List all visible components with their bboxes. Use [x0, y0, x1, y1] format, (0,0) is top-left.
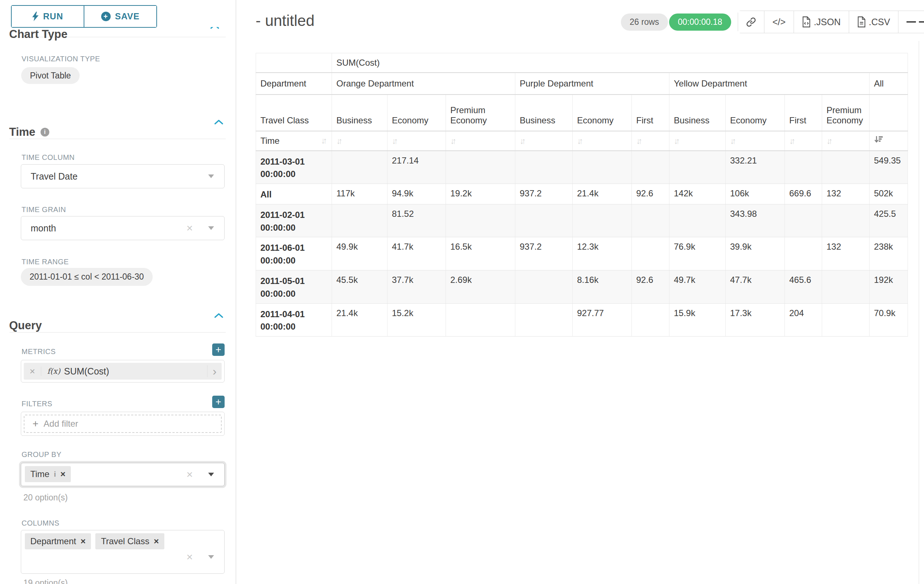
sort-toggle-icon[interactable]: ↓↑ [450, 136, 457, 146]
plus-icon: + [33, 419, 38, 429]
menu-icon[interactable] [898, 11, 924, 33]
pivot-value-cell: 217.14 [388, 151, 446, 184]
pivot-value-cell: 132 [822, 184, 870, 204]
sort-toggle-icon[interactable]: ↓↑ [520, 136, 526, 146]
time-grain-select[interactable]: month × [21, 216, 224, 240]
selected-value-chip[interactable]: Department× [25, 533, 91, 549]
pivot-value-cell: 37.7k [388, 270, 446, 304]
sort-toggle-icon[interactable]: ↓↑ [730, 136, 736, 146]
add-metric-button[interactable]: + [212, 344, 224, 356]
pivot-sort-cell: ↓↑ [388, 131, 446, 151]
remove-metric-icon[interactable]: × [24, 367, 41, 376]
divider [10, 139, 226, 139]
pivot-total-cell: 549.35 [870, 151, 908, 184]
pivot-corner-cell [256, 53, 332, 72]
remove-icon[interactable]: × [154, 537, 159, 546]
pivot-value-cell: 45.5k [332, 270, 388, 304]
group-by-label: GROUP BY [21, 451, 61, 459]
filters-control: + Add filter [21, 412, 224, 436]
export-csv-button[interactable]: .CSV [849, 11, 898, 33]
function-icon: f(x) [47, 367, 60, 375]
sort-toggle-icon[interactable]: ↓↑ [827, 136, 833, 146]
pivot-value-cell [573, 204, 632, 237]
clear-icon[interactable]: × [186, 469, 193, 480]
export-json-button[interactable]: .JSON [794, 11, 849, 33]
pivot-group-header: Orange Department [332, 72, 515, 95]
columns-select[interactable]: Department×Travel Class× × [21, 530, 224, 574]
sort-toggle-icon[interactable]: ↓↑ [636, 136, 642, 146]
remove-icon[interactable]: × [80, 537, 86, 546]
sort-toggle-icon[interactable]: ↓↑ [577, 136, 583, 146]
table-row: 2011-04-01 00:00:0021.4k15.2k927.7715.9k… [256, 303, 908, 337]
sort-desc-active-icon[interactable] [874, 135, 883, 144]
pivot-value-cell [332, 151, 388, 184]
add-filter-button[interactable]: + Add filter [24, 415, 222, 433]
pivot-value-cell: 142k [670, 184, 726, 204]
pivot-col-dimension2-label: Travel Class [256, 95, 332, 131]
pivot-value-cell [632, 204, 670, 237]
add-filter-plus-button[interactable]: + [212, 396, 224, 408]
selected-value-chip[interactable]: Timei× [25, 466, 71, 482]
chevron-right-icon[interactable]: › [207, 365, 222, 377]
chevron-down-icon [208, 555, 214, 559]
pivot-value-cell: 15.9k [670, 303, 726, 337]
pivot-value-cell: 204 [785, 303, 822, 337]
pivot-total-cell: 425.5 [870, 204, 908, 237]
info-icon[interactable]: i [41, 128, 49, 137]
pivot-value-cell [785, 151, 822, 184]
run-save-button-group: RUN + SAVE [11, 5, 157, 28]
pivot-value-cell: 41.7k [388, 237, 446, 270]
chevron-down-icon [208, 473, 214, 476]
pivot-all-header: All [870, 72, 908, 95]
time-column-select[interactable]: Travel Date [21, 164, 224, 188]
pivot-class-header: Economy [726, 95, 785, 131]
chevron-up-icon[interactable] [214, 313, 223, 318]
pivot-value-cell [573, 151, 632, 184]
sort-toggle-icon[interactable]: ↓↑ [789, 136, 795, 146]
chevron-up-icon[interactable] [214, 120, 223, 125]
pivot-value-cell: 2.69k [446, 270, 515, 304]
pivot-value-cell: 47.7k [726, 270, 785, 304]
sort-toggle-icon[interactable]: ↓↑ [321, 136, 327, 146]
clear-icon[interactable]: × [186, 551, 193, 563]
run-button[interactable]: RUN [12, 6, 84, 27]
table-row: 2011-02-01 00:00:0081.52343.98425.5 [256, 204, 908, 237]
pivot-value-cell [632, 151, 670, 184]
viz-type-pill[interactable]: Pivot Table [21, 67, 79, 84]
pivot-row-label: 2011-05-01 00:00:00 [256, 270, 332, 304]
pivot-value-cell [785, 237, 822, 270]
view-query-button[interactable]: </> [764, 11, 794, 33]
pivot-value-cell: 49.9k [332, 237, 388, 270]
pivot-value-cell [515, 270, 573, 304]
pivot-sort-cell: ↓↑ [332, 131, 388, 151]
pivot-empty-header [870, 95, 908, 131]
pivot-row-label: 2011-03-01 00:00:00 [256, 151, 332, 184]
selected-value-chip[interactable]: Travel Class× [95, 533, 164, 549]
sort-toggle-icon[interactable]: ↓↑ [337, 136, 343, 146]
pivot-class-header: First [785, 95, 822, 131]
sort-toggle-icon[interactable]: ↓↑ [674, 136, 680, 146]
pivot-value-cell [822, 204, 870, 237]
pivot-class-header: First [632, 95, 670, 131]
remove-icon[interactable]: × [60, 470, 65, 479]
sort-toggle-icon[interactable]: ↓↑ [392, 136, 398, 146]
pivot-row-dimension-label: Time↓↑ [256, 131, 332, 151]
export-toolbar: </> .JSON .CSV [738, 11, 924, 33]
chip-label: Department [30, 536, 76, 546]
pivot-value-cell: 937.2 [515, 237, 573, 270]
chart-title: - untitled [256, 12, 314, 30]
pivot-class-header: Business [332, 95, 388, 131]
columns-options-hint: 19 option(s) [23, 578, 68, 584]
pivot-sort-cell: ↓↑ [785, 131, 822, 151]
info-icon: i [54, 470, 56, 479]
pivot-value-cell: 16.5k [446, 237, 515, 270]
pivot-group-header: Purple Department [515, 72, 670, 95]
group-by-select[interactable]: Timei× × [21, 463, 224, 486]
clear-icon[interactable]: × [186, 223, 193, 234]
time-range-pill[interactable]: 2011-01-01 ≤ col < 2011-06-30 [21, 268, 153, 286]
save-button[interactable]: + SAVE [84, 6, 156, 27]
pivot-value-cell [785, 204, 822, 237]
metric-pill[interactable]: × f(x) SUM(Cost) › [24, 363, 222, 380]
share-link-button[interactable] [738, 11, 764, 33]
pivot-value-cell: 117k [332, 184, 388, 204]
